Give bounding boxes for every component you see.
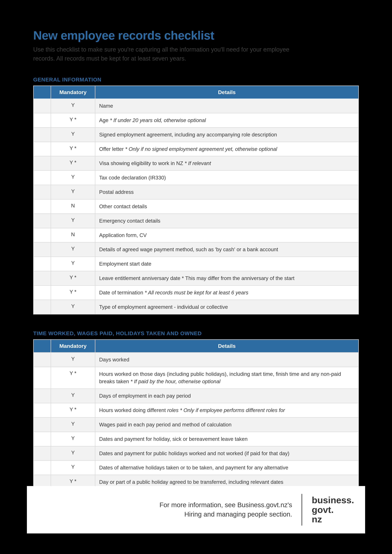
details-cell: Hours worked doing different roles * Onl… — [95, 403, 359, 418]
details-cell: Postal address — [95, 185, 359, 199]
details-cell: Tax code declaration (IR330) — [95, 171, 359, 185]
details-cell: Emergency contact details — [95, 214, 359, 228]
mandatory-cell: Y — [51, 171, 95, 185]
details-cell: Type of employment agreement - individua… — [95, 300, 359, 314]
footer-logo: business. govt. nz — [312, 495, 354, 524]
mandatory-cell: Y — [51, 417, 95, 432]
footer-text: For more information, see Business.govt.… — [159, 500, 292, 519]
checkbox-cell[interactable] — [34, 461, 51, 475]
logo-line3: nz — [312, 514, 354, 524]
table-row: NApplication form, CV — [34, 228, 359, 242]
logo-line1: business. — [312, 495, 354, 505]
mandatory-cell: Y * — [51, 271, 95, 285]
document-page: New employee records checklist Use this … — [0, 0, 392, 554]
table-row: YDates of alternative holidays taken or … — [34, 461, 359, 475]
checkbox-cell[interactable] — [34, 171, 51, 185]
table-row: YDates and payment for holiday, sick or … — [34, 432, 359, 446]
checkbox-cell[interactable] — [34, 156, 51, 171]
table-row: YDetails of agreed wage payment method, … — [34, 242, 359, 257]
table-row: Y *Age * If under 20 years old, otherwis… — [34, 113, 359, 127]
mandatory-cell: Y — [51, 300, 95, 314]
checkbox-cell[interactable] — [34, 417, 51, 432]
mandatory-cell: Y * — [51, 285, 95, 300]
table-row: YDays worked — [34, 353, 359, 367]
table-row: Y *Hours worked doing different roles * … — [34, 403, 359, 418]
mandatory-cell: N — [51, 199, 95, 214]
mandatory-cell: Y — [51, 127, 95, 142]
checkbox-cell[interactable] — [34, 257, 51, 271]
checkbox-cell[interactable] — [34, 99, 51, 113]
table-row: Y *Visa showing eligibility to work in N… — [34, 156, 359, 171]
checkbox-cell[interactable] — [34, 432, 51, 446]
section-heading: GENERAL INFORMATION — [33, 76, 359, 83]
table-row: YEmployment start date — [34, 257, 359, 271]
checkbox-cell[interactable] — [34, 199, 51, 214]
details-cell: Dates and payment for holiday, sick or b… — [95, 432, 359, 446]
col-checkbox — [34, 339, 51, 353]
checkbox-cell[interactable] — [34, 285, 51, 300]
footer-divider — [301, 494, 302, 526]
checkbox-cell[interactable] — [34, 353, 51, 367]
table-row: YWages paid in each pay period and metho… — [34, 417, 359, 432]
checkbox-cell[interactable] — [34, 242, 51, 257]
mandatory-cell: Y — [51, 185, 95, 199]
section-heading: TIME WORKED, WAGES PAID, HOLIDAYS TAKEN … — [33, 330, 359, 336]
table-row: Y *Offer letter * Only if no signed empl… — [34, 142, 359, 156]
checkbox-cell[interactable] — [34, 403, 51, 418]
table-row: Y *Leave entitlement anniversary date * … — [34, 271, 359, 285]
details-cell: Dates and payment for public holidays wo… — [95, 446, 359, 461]
checkbox-cell[interactable] — [34, 446, 51, 461]
footer: For more information, see Business.govt.… — [27, 486, 365, 533]
table-row: YSigned employment agreement, including … — [34, 127, 359, 142]
mandatory-cell: Y — [51, 446, 95, 461]
checkbox-cell[interactable] — [34, 185, 51, 199]
details-cell: Other contact details — [95, 199, 359, 214]
mandatory-cell: Y * — [51, 367, 95, 389]
table-row: NOther contact details — [34, 199, 359, 214]
content-area: New employee records checklist Use this … — [0, 0, 392, 518]
mandatory-cell: Y — [51, 257, 95, 271]
details-cell: Offer letter * Only if no signed employm… — [95, 142, 359, 156]
table-row: Y *Hours worked on those days (including… — [34, 367, 359, 389]
mandatory-cell: Y — [51, 353, 95, 367]
table-row: YName — [34, 99, 359, 113]
checkbox-cell[interactable] — [34, 142, 51, 156]
mandatory-cell: Y — [51, 389, 95, 403]
checkbox-cell[interactable] — [34, 300, 51, 314]
checkbox-cell[interactable] — [34, 389, 51, 403]
logo-line2: govt. — [312, 505, 354, 515]
table-row: Y *Date of termination * All records mus… — [34, 285, 359, 300]
table-row: YDays of employment in each pay period — [34, 389, 359, 403]
col-details: Details — [95, 339, 359, 353]
checkbox-cell[interactable] — [34, 228, 51, 242]
page-title: New employee records checklist — [33, 28, 359, 42]
details-cell: Application form, CV — [95, 228, 359, 242]
checkbox-cell[interactable] — [34, 127, 51, 142]
details-cell: Date of termination * All records must b… — [95, 285, 359, 300]
mandatory-cell: Y * — [51, 142, 95, 156]
table-row: YDates and payment for public holidays w… — [34, 446, 359, 461]
checkbox-cell[interactable] — [34, 113, 51, 127]
details-cell: Employment start date — [95, 257, 359, 271]
footer-line2: Hiring and managing people section. — [159, 510, 292, 519]
mandatory-cell: Y — [51, 461, 95, 475]
mandatory-cell: Y * — [51, 156, 95, 171]
details-cell: Details of agreed wage payment method, s… — [95, 242, 359, 257]
table-row: YTax code declaration (IR330) — [34, 171, 359, 185]
table-row: YEmergency contact details — [34, 214, 359, 228]
details-cell: Visa showing eligibility to work in NZ *… — [95, 156, 359, 171]
checkbox-cell[interactable] — [34, 271, 51, 285]
col-mandatory: Mandatory — [51, 339, 95, 353]
checkbox-cell[interactable] — [34, 214, 51, 228]
table-row: YType of employment agreement - individu… — [34, 300, 359, 314]
mandatory-cell: Y — [51, 242, 95, 257]
details-cell: Days of employment in each pay period — [95, 389, 359, 403]
col-checkbox — [34, 86, 51, 99]
checkbox-cell[interactable] — [34, 367, 51, 389]
mandatory-cell: N — [51, 228, 95, 242]
details-cell: Hours worked on those days (including pu… — [95, 367, 359, 389]
details-cell: Signed employment agreement, including a… — [95, 127, 359, 142]
mandatory-cell: Y * — [51, 113, 95, 127]
details-cell: Leave entitlement anniversary date * Thi… — [95, 271, 359, 285]
mandatory-cell: Y * — [51, 403, 95, 418]
